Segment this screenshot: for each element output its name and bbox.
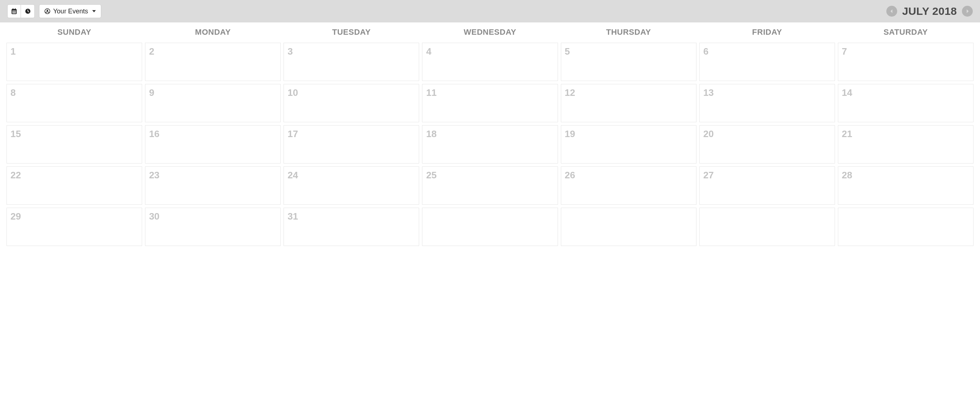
week-row: 22232425262728 [6,166,974,205]
day-cell [699,208,835,246]
user-circle-icon [45,8,50,14]
day-cell[interactable]: 31 [283,208,419,246]
day-number: 28 [842,170,969,181]
day-number: 30 [149,211,277,222]
caret-down-icon [92,10,96,12]
day-number: 26 [565,170,692,181]
day-number: 27 [703,170,831,181]
day-cell[interactable]: 19 [561,125,697,164]
week-row: 1234567 [6,43,974,81]
day-number: 22 [11,170,138,181]
day-cell [838,208,974,246]
day-number: 11 [426,87,554,99]
day-cell[interactable]: 8 [6,84,142,122]
day-cell[interactable]: 1 [6,43,142,81]
svg-point-2 [47,10,48,11]
arrow-left-icon [889,9,894,14]
day-number: 3 [288,46,415,57]
dow-tuesday: TUESDAY [283,25,419,40]
day-cell[interactable]: 12 [561,84,697,122]
day-number: 23 [149,170,277,181]
day-number: 18 [426,128,554,140]
dow-thursday: THURSDAY [561,25,697,40]
day-number: 5 [565,46,692,57]
day-number: 4 [426,46,554,57]
day-cell[interactable]: 4 [422,43,558,81]
day-cell [561,208,697,246]
day-cell [422,208,558,246]
day-number: 8 [11,87,138,99]
view-toggle-group [7,4,35,18]
calendar-view-button[interactable] [7,4,21,18]
week-row: 891011121314 [6,84,974,122]
day-number: 10 [288,87,415,99]
day-cell[interactable]: 16 [145,125,281,164]
day-number: 9 [149,87,277,99]
day-cell[interactable]: 17 [283,125,419,164]
calendar: SUNDAY MONDAY TUESDAY WEDNESDAY THURSDAY… [0,22,980,252]
day-cell[interactable]: 25 [422,166,558,205]
day-number: 1 [11,46,138,57]
day-number: 21 [842,128,969,140]
prev-month-button[interactable] [886,6,897,17]
day-number: 24 [288,170,415,181]
dow-friday: FRIDAY [699,25,835,40]
day-number: 29 [11,211,138,222]
day-cell[interactable]: 13 [699,84,835,122]
week-row: 15161718192021 [6,125,974,164]
your-events-dropdown[interactable]: Your Events [39,4,101,18]
day-cell[interactable]: 11 [422,84,558,122]
day-number: 31 [288,211,415,222]
day-cell[interactable]: 26 [561,166,697,205]
day-number: 16 [149,128,277,140]
month-title: JULY 2018 [902,5,957,18]
day-cell[interactable]: 7 [838,43,974,81]
toolbar: Your Events JULY 2018 [0,0,980,22]
dow-saturday: SATURDAY [838,25,974,40]
day-number: 12 [565,87,692,99]
day-of-week-header: SUNDAY MONDAY TUESDAY WEDNESDAY THURSDAY… [6,25,974,40]
day-number: 15 [11,128,138,140]
day-cell[interactable]: 21 [838,125,974,164]
dow-sunday: SUNDAY [6,25,142,40]
arrow-right-icon [965,9,970,14]
day-cell[interactable]: 22 [6,166,142,205]
day-number: 7 [842,46,969,57]
day-number: 17 [288,128,415,140]
clock-view-button[interactable] [21,4,35,18]
day-cell[interactable]: 15 [6,125,142,164]
day-cell[interactable]: 20 [699,125,835,164]
day-cell[interactable]: 27 [699,166,835,205]
day-cell[interactable]: 18 [422,125,558,164]
day-cell[interactable]: 10 [283,84,419,122]
week-row: 293031 [6,208,974,246]
next-month-button[interactable] [962,6,973,17]
dow-wednesday: WEDNESDAY [422,25,558,40]
day-number: 19 [565,128,692,140]
day-cell[interactable]: 28 [838,166,974,205]
day-number: 13 [703,87,831,99]
month-nav: JULY 2018 [886,5,973,18]
calendar-icon [11,8,17,14]
day-cell[interactable]: 3 [283,43,419,81]
day-cell[interactable]: 2 [145,43,281,81]
your-events-label: Your Events [53,8,88,15]
day-number: 6 [703,46,831,57]
day-cell[interactable]: 14 [838,84,974,122]
day-number: 14 [842,87,969,99]
day-cell[interactable]: 23 [145,166,281,205]
day-cell[interactable]: 30 [145,208,281,246]
day-cell[interactable]: 9 [145,84,281,122]
dow-monday: MONDAY [145,25,281,40]
day-cell[interactable]: 24 [283,166,419,205]
day-cell[interactable]: 5 [561,43,697,81]
clock-icon [25,8,31,14]
weeks-grid: 1234567891011121314151617181920212223242… [6,43,974,246]
day-cell[interactable]: 29 [6,208,142,246]
day-number: 25 [426,170,554,181]
day-number: 2 [149,46,277,57]
day-number: 20 [703,128,831,140]
day-cell[interactable]: 6 [699,43,835,81]
